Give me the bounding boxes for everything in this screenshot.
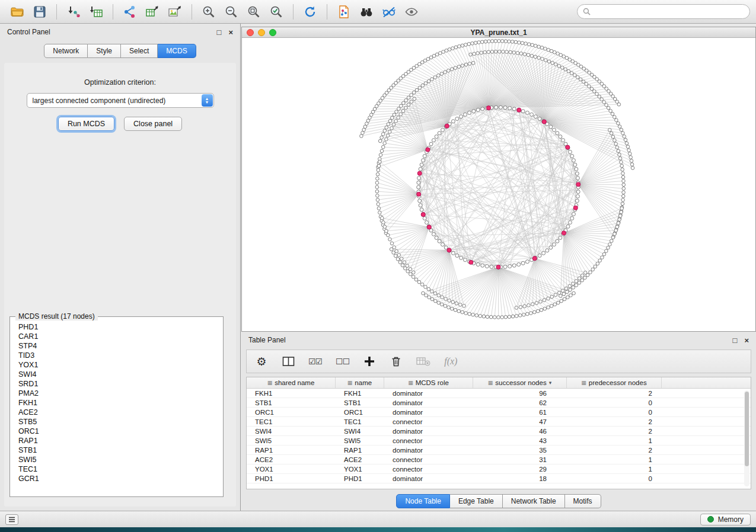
function-builder-button[interactable]: f(x) [444, 354, 457, 368]
mcds-result-item[interactable]: SWI4 [18, 370, 215, 379]
cell-successor-nodes[interactable]: 43 [473, 437, 567, 444]
select-all-button[interactable]: ☑☑ [308, 354, 322, 368]
export-table-button[interactable] [141, 2, 164, 21]
mcds-result-item[interactable]: YOX1 [18, 360, 215, 370]
zoom-selected-button[interactable] [265, 2, 288, 21]
cell-name[interactable]: YOX1 [336, 466, 384, 473]
mcds-result-item[interactable]: PHD1 [18, 322, 215, 332]
network-file-button[interactable] [333, 2, 355, 21]
tab-select[interactable]: Select [121, 44, 158, 58]
column-header-predecessor-nodes[interactable]: ▦ predecessor nodes [567, 377, 662, 388]
cell-successor-nodes[interactable]: 35 [473, 447, 567, 454]
cell-predecessor-nodes[interactable]: 2 [567, 428, 662, 435]
tab-network[interactable]: Network [44, 44, 88, 58]
cell-shared-name[interactable]: RAP1 [247, 447, 336, 454]
mcds-result-item[interactable]: STB1 [18, 446, 215, 455]
mcds-result-item[interactable]: ACE2 [18, 408, 215, 417]
cell-predecessor-nodes[interactable]: 0 [567, 409, 662, 416]
cell-mcds-role[interactable]: dominator [384, 390, 473, 397]
cell-successor-nodes[interactable]: 18 [473, 475, 567, 482]
cell-shared-name[interactable]: SWI4 [247, 428, 336, 435]
import-table-button[interactable] [85, 2, 107, 21]
zoom-in-button[interactable] [197, 2, 220, 21]
cell-predecessor-nodes[interactable]: 1 [567, 437, 662, 444]
table-row[interactable]: TEC1TEC1connector472 [247, 417, 751, 427]
cell-name[interactable]: STB1 [336, 399, 384, 406]
table-row[interactable]: ACE2ACE2connector311 [247, 455, 751, 464]
export-image-button[interactable] [164, 2, 186, 21]
column-header-mcds-role[interactable]: ▦ MCDS role [384, 377, 473, 388]
cell-predecessor-nodes[interactable]: 2 [567, 447, 662, 454]
hide-details-button[interactable] [378, 2, 400, 21]
table-row[interactable]: YOX1YOX1connector291 [247, 464, 751, 474]
cell-shared-name[interactable]: ACE2 [247, 456, 336, 463]
cell-name[interactable]: ACE2 [336, 456, 384, 463]
cell-shared-name[interactable]: SWI5 [247, 437, 336, 444]
window-maximize-icon[interactable] [269, 29, 276, 36]
mcds-result-item[interactable]: TEC1 [18, 464, 215, 474]
mcds-result-item[interactable]: FKH1 [18, 398, 215, 408]
mcds-result-item[interactable]: SWI5 [18, 455, 215, 464]
cell-mcds-role[interactable]: connector [384, 456, 473, 463]
mcds-result-item[interactable]: RAP1 [18, 436, 215, 446]
cell-name[interactable]: PHD1 [336, 475, 384, 482]
cell-mcds-role[interactable]: dominator [384, 447, 473, 454]
zoom-fit-button[interactable] [243, 2, 265, 21]
cell-name[interactable]: FKH1 [336, 390, 384, 397]
show-details-button[interactable] [400, 2, 423, 21]
optimization-criterion-select[interactable]: largest connected component (undirected)… [27, 93, 214, 108]
mcds-result-item[interactable]: GCR1 [18, 474, 215, 483]
close-panel-button[interactable]: Close panel [124, 117, 182, 131]
save-session-button[interactable] [28, 2, 51, 21]
table-row[interactable]: SWI4SWI4dominator462 [247, 427, 751, 436]
table-row[interactable]: FKH1FKH1dominator962 [247, 389, 751, 398]
column-header-shared-name[interactable]: ▦ shared name [247, 377, 336, 388]
cell-shared-name[interactable]: PHD1 [247, 475, 336, 482]
import-network-button[interactable] [62, 2, 85, 21]
cell-mcds-role[interactable]: connector [384, 437, 473, 444]
close-panel-icon[interactable]: × [228, 28, 233, 36]
window-close-icon[interactable] [247, 29, 254, 36]
table-row[interactable]: SWI5SWI5connector431 [247, 436, 751, 446]
apply-layout-button[interactable] [299, 2, 321, 21]
cell-shared-name[interactable]: STB1 [247, 399, 336, 406]
add-column-button[interactable] [363, 354, 376, 368]
cell-shared-name[interactable]: TEC1 [247, 418, 336, 425]
cell-successor-nodes[interactable]: 29 [473, 466, 567, 473]
export-network-button[interactable] [119, 2, 141, 21]
table-row[interactable]: STB1STB1dominator620 [247, 398, 751, 408]
mcds-result-item[interactable]: TID3 [18, 351, 215, 360]
tab-network-table[interactable]: Network Table [503, 494, 565, 508]
open-session-button[interactable] [6, 2, 28, 21]
delete-column-button[interactable] [390, 354, 403, 368]
mcds-result-item[interactable]: ORC1 [18, 427, 215, 436]
cell-name[interactable]: RAP1 [336, 447, 384, 454]
mcds-result-item[interactable]: STP4 [18, 341, 215, 351]
cell-successor-nodes[interactable]: 61 [473, 409, 567, 416]
find-button[interactable] [355, 2, 378, 21]
cell-successor-nodes[interactable]: 46 [473, 428, 567, 435]
table-row[interactable]: ORC1ORC1dominator610 [247, 408, 751, 417]
cell-predecessor-nodes[interactable]: 1 [567, 466, 662, 473]
tab-style[interactable]: Style [88, 44, 121, 58]
cell-shared-name[interactable]: YOX1 [247, 466, 336, 473]
cell-predecessor-nodes[interactable]: 1 [567, 456, 662, 463]
network-graph[interactable] [242, 38, 755, 331]
cell-name[interactable]: ORC1 [336, 409, 384, 416]
cell-mcds-role[interactable]: connector [384, 418, 473, 425]
delete-table-button[interactable] [416, 354, 430, 368]
tab-node-table[interactable]: Node Table [396, 494, 450, 508]
table-settings-button[interactable]: ⚙ [255, 354, 268, 368]
cell-successor-nodes[interactable]: 47 [473, 418, 567, 425]
task-history-button[interactable] [5, 514, 18, 525]
window-minimize-icon[interactable] [258, 29, 265, 36]
cell-predecessor-nodes[interactable]: 0 [567, 399, 662, 406]
memory-button[interactable]: Memory [700, 514, 751, 525]
column-header-name[interactable]: ▦ name [336, 377, 384, 388]
float-panel-icon[interactable]: □ [217, 28, 222, 36]
network-window-titlebar[interactable]: YPA_prune.txt_1 [242, 27, 755, 38]
close-panel-icon[interactable]: × [744, 336, 749, 344]
cell-mcds-role[interactable]: dominator [384, 475, 473, 482]
cell-successor-nodes[interactable]: 96 [473, 390, 567, 397]
mcds-result-item[interactable]: SRD1 [18, 379, 215, 389]
